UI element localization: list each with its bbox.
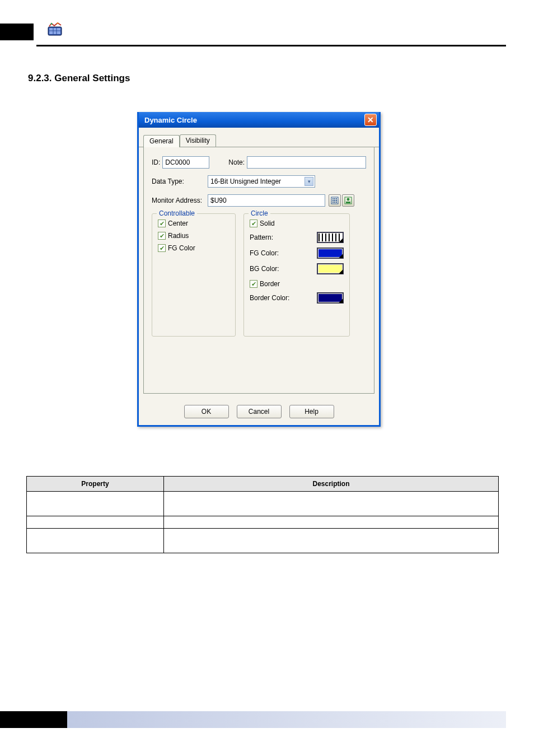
close-icon[interactable]: ✕ — [364, 114, 377, 126]
data-type-value: 16-Bit Unsigned Integer — [210, 178, 281, 185]
tab-strip: General Visibility — [139, 130, 379, 147]
cancel-button[interactable]: Cancel — [237, 405, 282, 418]
table-row — [27, 529, 499, 553]
data-type-select[interactable]: 16-Bit Unsigned Integer ▾ — [208, 175, 315, 188]
checkmark-icon: ✔ — [250, 280, 257, 288]
controllable-legend: Controllable — [157, 209, 197, 217]
dialog-title: Dynamic Circle — [144, 116, 197, 124]
svg-point-6 — [51, 23, 53, 25]
border-color-picker[interactable] — [317, 292, 344, 304]
table-row — [27, 492, 499, 516]
svg-rect-19 — [346, 202, 350, 203]
radius-checkbox[interactable]: ✔ Radius — [158, 232, 229, 240]
svg-rect-13 — [336, 200, 337, 201]
center-checkbox[interactable]: ✔ Center — [158, 220, 229, 227]
monitor-address-label: Monitor Address: — [152, 197, 208, 204]
chevron-down-icon: ▾ — [305, 177, 313, 186]
monitor-address-field[interactable] — [208, 194, 325, 207]
tab-visibility[interactable]: Visibility — [180, 134, 216, 147]
header-divider — [36, 45, 506, 46]
pattern-picker[interactable] — [317, 232, 344, 243]
svg-rect-8 — [332, 198, 334, 199]
section-heading: 9.2.3. General Settings — [28, 73, 130, 84]
bg-color-picker[interactable] — [317, 263, 344, 274]
svg-point-18 — [347, 198, 350, 201]
fg-color-label: FG Color: — [250, 249, 279, 257]
checkmark-icon: ✔ — [158, 244, 166, 252]
svg-rect-14 — [332, 202, 334, 203]
svg-rect-16 — [336, 202, 337, 203]
data-type-label: Data Type: — [152, 178, 208, 185]
ok-button[interactable]: OK — [184, 405, 229, 418]
keypad-icon[interactable] — [329, 194, 341, 207]
border-color-label: Border Color: — [250, 294, 289, 302]
solid-checkbox[interactable]: ✔ Solid — [250, 220, 344, 227]
pattern-label: Pattern: — [250, 234, 273, 241]
svg-rect-10 — [336, 198, 337, 199]
bg-color-label: BG Color: — [250, 265, 279, 273]
page-footer — [0, 711, 534, 728]
titlebar[interactable]: Dynamic Circle ✕ — [139, 112, 379, 128]
app-icon — [48, 22, 62, 36]
svg-point-5 — [57, 22, 59, 24]
fg-color-picker[interactable] — [317, 248, 344, 259]
id-label: ID: — [152, 158, 160, 166]
tag-picker-icon[interactable] — [342, 194, 354, 207]
table-row — [27, 516, 499, 529]
col-property: Property — [27, 477, 164, 492]
circle-legend: Circle — [249, 209, 270, 217]
svg-rect-11 — [332, 200, 334, 201]
id-field[interactable] — [162, 156, 209, 169]
col-description: Description — [164, 477, 499, 492]
checkmark-icon: ✔ — [158, 220, 166, 227]
checkmark-icon: ✔ — [158, 232, 166, 240]
tab-content: ID: Note: Data Type: 16-Bit Unsigned Int… — [143, 147, 374, 394]
note-field[interactable] — [247, 156, 366, 169]
svg-rect-15 — [334, 202, 335, 203]
border-checkbox[interactable]: ✔ Border — [250, 280, 344, 288]
header-black-block — [0, 24, 34, 40]
svg-rect-9 — [334, 198, 335, 199]
dialog-button-row: OK Cancel Help — [139, 399, 379, 425]
dynamic-circle-dialog: Dynamic Circle ✕ General Visibility ID: … — [137, 112, 381, 427]
property-table: Property Description — [26, 476, 499, 553]
tab-general[interactable]: General — [143, 135, 180, 147]
help-button[interactable]: Help — [289, 405, 334, 418]
note-label: Note: — [228, 158, 245, 166]
checkmark-icon: ✔ — [250, 220, 257, 227]
svg-rect-12 — [334, 200, 335, 201]
fg-color-checkbox[interactable]: ✔ FG Color — [158, 244, 229, 252]
